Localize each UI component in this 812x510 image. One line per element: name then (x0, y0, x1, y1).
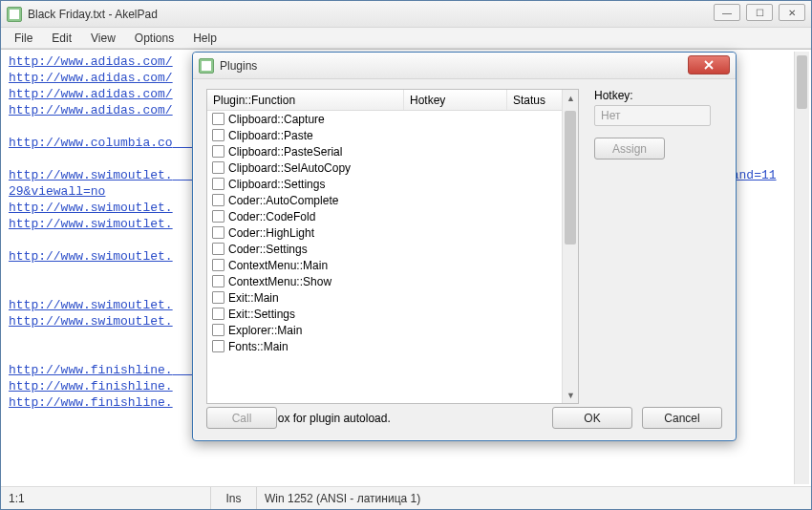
plugins-dialog: Plugins Plugin::Function Hotkey Status C… (192, 52, 737, 441)
assign-button[interactable]: Assign (594, 138, 665, 159)
menu-view[interactable]: View (81, 30, 125, 47)
dialog-title: Plugins (220, 59, 257, 73)
plugin-checkbox[interactable] (212, 291, 224, 304)
scroll-up-icon[interactable]: ▲ (563, 90, 579, 106)
plugin-checkbox[interactable] (212, 178, 224, 190)
plugin-label: Exit::Main (228, 291, 279, 305)
plugin-row[interactable]: Fonts::Main (207, 338, 562, 354)
menu-file[interactable]: File (5, 30, 42, 47)
close-icon (704, 60, 714, 70)
plugin-checkbox[interactable] (212, 210, 224, 223)
plugin-checkbox[interactable] (212, 243, 224, 255)
plugin-list-scrollbar[interactable]: ▲ ▼ (562, 90, 578, 403)
plugin-label: Exit::Settings (228, 308, 295, 321)
app-icon (7, 7, 22, 22)
menubar: File Edit View Options Help (1, 28, 811, 49)
plugin-row[interactable]: Clipboard::SelAutoCopy (207, 159, 562, 176)
plugin-row[interactable]: Clipboard::Capture (207, 111, 562, 127)
ok-button[interactable]: OK (552, 407, 632, 429)
plugin-row[interactable]: Clipboard::PasteSerial (207, 143, 562, 159)
column-function[interactable]: Plugin::Function (207, 90, 404, 110)
hotkey-input[interactable]: Нет (594, 105, 711, 126)
plugin-checkbox[interactable] (212, 259, 224, 271)
plugin-label: Explorer::Main (228, 324, 302, 337)
dialog-close-button[interactable] (688, 55, 730, 74)
dialog-body: Plugin::Function Hotkey Status Clipboard… (193, 79, 736, 440)
plugin-list: Plugin::Function Hotkey Status Clipboard… (206, 89, 579, 404)
plugin-row[interactable]: Clipboard::Settings (207, 176, 562, 192)
close-button[interactable]: ✕ (779, 4, 805, 21)
plugin-checkbox[interactable] (212, 145, 224, 158)
plugin-checkbox[interactable] (212, 308, 224, 320)
window-title: Black Friday.txt - AkelPad (28, 8, 158, 21)
scroll-down-icon[interactable]: ▼ (563, 387, 579, 403)
plugin-label: ContextMenu::Show (228, 275, 331, 288)
dialog-icon (199, 58, 214, 74)
plugin-checkbox[interactable] (212, 113, 224, 125)
status-position: 1:1 (1, 487, 211, 509)
statusbar: 1:1 Ins Win 1252 (ANSI - латиница 1) (1, 486, 811, 509)
plugin-checkbox[interactable] (212, 226, 224, 239)
plugin-scroll-thumb[interactable] (565, 111, 576, 244)
plugin-label: Clipboard::Settings (228, 178, 325, 191)
menu-edit[interactable]: Edit (42, 30, 81, 47)
plugin-label: Clipboard::Paste (228, 129, 313, 142)
plugin-row[interactable]: Coder::AutoComplete (207, 192, 562, 208)
plugin-label: Clipboard::Capture (228, 113, 325, 126)
plugin-label: Coder::AutoComplete (228, 194, 338, 207)
plugin-row[interactable]: ContextMenu::Show (207, 273, 562, 289)
plugin-label: Coder::CodeFold (228, 210, 315, 223)
plugin-checkbox[interactable] (212, 340, 224, 352)
status-encoding: Win 1252 (ANSI - латиница 1) (257, 487, 428, 509)
plugin-checkbox[interactable] (212, 129, 224, 141)
plugin-checkbox[interactable] (212, 275, 224, 287)
plugin-checkbox[interactable] (212, 161, 224, 174)
plugin-label: Coder::HighLight (228, 226, 314, 240)
minimize-button[interactable]: — (714, 4, 740, 21)
plugin-row[interactable]: Coder::CodeFold (207, 208, 562, 224)
window-controls: — ☐ ✕ (714, 4, 805, 21)
titlebar: Black Friday.txt - AkelPad — ☐ ✕ (1, 1, 811, 28)
plugin-label: Fonts::Main (228, 340, 288, 353)
call-button[interactable]: Call (206, 407, 277, 429)
plugin-rows: Clipboard::CaptureClipboard::PasteClipbo… (207, 111, 562, 403)
maximize-button[interactable]: ☐ (746, 4, 773, 21)
column-hotkey[interactable]: Hotkey (404, 90, 507, 110)
plugin-label: Coder::Settings (228, 243, 308, 256)
plugin-row[interactable]: Coder::Settings (207, 241, 562, 257)
plugin-checkbox[interactable] (212, 194, 224, 206)
cancel-button[interactable]: Cancel (642, 407, 722, 429)
plugin-label: ContextMenu::Main (228, 259, 328, 272)
plugin-row[interactable]: Clipboard::Paste (207, 127, 562, 143)
plugin-row[interactable]: Exit::Settings (207, 306, 562, 322)
hotkey-panel: Hotkey: Нет Assign (594, 89, 722, 159)
plugin-row[interactable]: Explorer::Main (207, 322, 562, 338)
hotkey-label: Hotkey: (594, 89, 722, 102)
plugin-row[interactable]: ContextMenu::Main (207, 257, 562, 273)
plugin-checkbox[interactable] (212, 324, 224, 336)
plugin-row[interactable]: Coder::HighLight (207, 224, 562, 241)
dialog-titlebar[interactable]: Plugins (193, 53, 736, 79)
plugin-label: Clipboard::PasteSerial (228, 145, 342, 159)
scroll-thumb[interactable] (797, 55, 807, 109)
plugin-row[interactable]: Exit::Main (207, 289, 562, 306)
vertical-scrollbar[interactable] (794, 52, 809, 484)
status-insert-mode: Ins (211, 487, 257, 509)
menu-options[interactable]: Options (125, 30, 183, 47)
plugin-list-header: Plugin::Function Hotkey Status (207, 90, 578, 111)
plugin-label: Clipboard::SelAutoCopy (228, 161, 351, 175)
menu-help[interactable]: Help (183, 30, 226, 47)
